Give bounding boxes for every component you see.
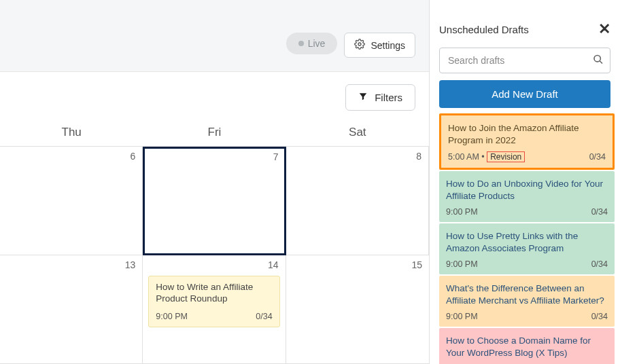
live-dot-icon <box>298 41 304 46</box>
sidebar-title: Unscheduled Drafts <box>439 24 529 35</box>
draft-count: 0/34 <box>591 259 608 269</box>
draft-count: 0/34 <box>591 207 608 217</box>
draft-card[interactable]: How to Join the Amazon Affiliate Program… <box>439 113 615 170</box>
calendar-cell[interactable]: 14How to Write an Affiliate Product Roun… <box>143 255 286 364</box>
search-container <box>439 48 610 73</box>
calendar-event[interactable]: How to Write an Affiliate Product Roundu… <box>148 276 279 327</box>
draft-card[interactable]: How to Choose a Domain Name for Your Wor… <box>439 328 615 364</box>
day-header: Thu <box>0 123 143 146</box>
svg-line-2 <box>600 61 602 64</box>
event-count: 0/34 <box>256 312 272 321</box>
calendar-cell[interactable]: 8 <box>286 147 429 255</box>
calendar-cell[interactable]: 13 <box>0 255 143 364</box>
filters-row: Filters <box>0 72 429 123</box>
draft-time: 5:00 AM <box>448 152 479 162</box>
draft-meta: 9:00 PM0/34 <box>446 207 608 217</box>
calendar-cell[interactable]: 15 <box>286 255 429 364</box>
live-label: Live <box>308 38 326 49</box>
event-meta: 9:00 PM0/34 <box>156 312 272 321</box>
draft-title: How to Do an Unboxing Video for Your Aff… <box>446 178 608 202</box>
draft-time: 9:00 PM <box>446 312 478 321</box>
draft-card[interactable]: How to Use Pretty Links with the Amazon … <box>439 223 615 274</box>
day-number: 8 <box>416 151 421 162</box>
day-number: 15 <box>411 259 422 270</box>
draft-time: 9:00 PM <box>446 259 478 269</box>
filters-label: Filters <box>375 92 402 103</box>
calendar: Thu Fri Sat 6781314How to Write an Affil… <box>0 123 429 364</box>
draft-title: What's the Difference Between an Affilia… <box>446 283 608 306</box>
draft-title: How to Join the Amazon Affiliate Program… <box>448 122 606 146</box>
draft-time-wrap: 9:00 PM <box>446 259 478 269</box>
filters-button[interactable]: Filters <box>345 84 415 111</box>
settings-button[interactable]: Settings <box>344 33 415 58</box>
draft-time-wrap: 9:00 PM <box>446 312 478 321</box>
event-time: 9:00 PM <box>156 312 188 321</box>
revision-badge: Revision <box>487 151 525 162</box>
search-input[interactable] <box>439 48 610 73</box>
add-draft-button[interactable]: Add New Draft <box>439 80 610 108</box>
sidebar: Unscheduled Drafts ✕ Add New Draft How t… <box>430 0 620 364</box>
add-draft-label: Add New Draft <box>492 88 558 100</box>
day-header: Fri <box>143 123 286 146</box>
calendar-header: Thu Fri Sat <box>0 123 429 147</box>
draft-card[interactable]: How to Do an Unboxing Video for Your Aff… <box>439 171 615 222</box>
day-number: 14 <box>268 259 279 270</box>
svg-point-0 <box>358 43 361 46</box>
drafts-list[interactable]: How to Join the Amazon Affiliate Program… <box>430 113 620 364</box>
draft-time: 9:00 PM <box>446 207 478 217</box>
search-icon <box>593 54 604 67</box>
calendar-cell[interactable]: 7 <box>143 147 286 255</box>
draft-time-wrap: 5:00 AM • Revision <box>448 151 525 162</box>
calendar-cell[interactable]: 6 <box>0 147 143 255</box>
gear-icon <box>354 39 365 52</box>
top-bar: Live Settings <box>0 0 429 72</box>
draft-card[interactable]: What's the Difference Between an Affilia… <box>439 276 615 327</box>
draft-title: How to Use Pretty Links with the Amazon … <box>446 230 608 254</box>
draft-meta: 5:00 AM • Revision0/34 <box>448 151 606 162</box>
live-pill[interactable]: Live <box>286 33 338 54</box>
calendar-body: 6781314How to Write an Affiliate Product… <box>0 147 429 364</box>
close-icon[interactable]: ✕ <box>598 20 610 38</box>
settings-label: Settings <box>371 40 405 51</box>
draft-count: 0/34 <box>591 312 608 321</box>
draft-meta: 9:00 PM0/34 <box>446 259 608 269</box>
filter-icon <box>358 92 368 103</box>
draft-count: 0/34 <box>589 152 606 162</box>
day-number: 13 <box>125 259 136 270</box>
draft-time-wrap: 9:00 PM <box>446 207 478 217</box>
day-number: 6 <box>131 151 136 162</box>
draft-title: How to Choose a Domain Name for Your Wor… <box>446 335 608 359</box>
day-number: 7 <box>273 151 279 162</box>
day-header: Sat <box>286 123 429 146</box>
svg-point-1 <box>594 56 600 62</box>
event-title: How to Write an Affiliate Product Roundu… <box>156 282 272 305</box>
draft-meta: 9:00 PM0/34 <box>446 312 608 321</box>
